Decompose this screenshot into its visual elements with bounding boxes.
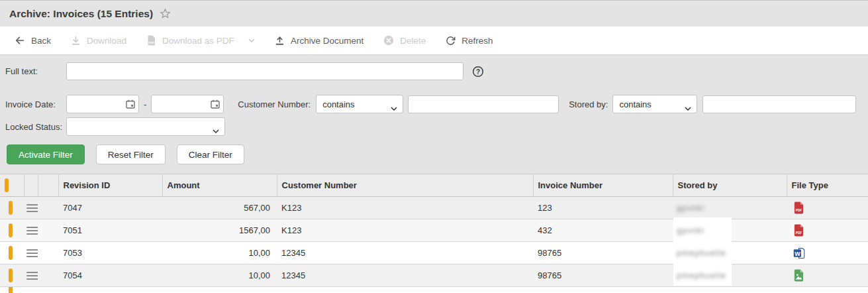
chevron-down-icon[interactable] <box>248 38 255 42</box>
cell-revision-id: 7053 <box>58 242 162 264</box>
pdf-page-icon: PDF <box>146 35 156 46</box>
stored-by-redacted: pmephuelle <box>673 271 726 280</box>
cell-customer-number: K123 <box>277 219 533 242</box>
refresh-icon <box>446 36 456 46</box>
column-header-stored-by[interactable]: Stored by <box>673 174 787 197</box>
toolbar: Back Download PDF Download as PDF Archiv… <box>0 27 868 54</box>
cell-invoice-number: 123 <box>533 197 673 219</box>
download-as-pdf-button[interactable]: PDF Download as PDF <box>146 35 255 46</box>
stored-by-redacted: pmephuelle <box>673 249 726 258</box>
svg-text:W: W <box>795 250 800 257</box>
cell-customer-number: 12345 <box>277 242 533 264</box>
cell-stored-by: gpvnki <box>673 197 787 219</box>
date-range-separator: - <box>144 99 146 109</box>
cell-revision-id: 7047 <box>58 197 162 219</box>
locked-status-select[interactable] <box>66 117 225 136</box>
file-type-word-icon: W <box>793 247 868 259</box>
filter-buttons-row: Activate Filter Reset Filter Clear Filte… <box>5 145 859 164</box>
upload-icon <box>275 36 285 46</box>
svg-text:PDF: PDF <box>796 231 802 235</box>
cell-invoice-number: 98765 <box>533 242 673 264</box>
locked-status-row: Locked Status: <box>5 117 859 136</box>
drag-handle-icon[interactable] <box>26 272 38 280</box>
row-checkbox[interactable] <box>9 268 13 282</box>
full-text-filter-row: Full text: ? <box>5 62 859 80</box>
filter-panel: Full text: ? Invoice Date: - Customer Nu… <box>0 54 868 174</box>
row-checkbox[interactable] <box>9 223 13 237</box>
row-checkbox[interactable] <box>9 201 13 215</box>
customer-number-operator-select[interactable]: contains <box>316 95 403 113</box>
clear-filter-button[interactable]: Clear Filter <box>177 145 244 164</box>
svg-text:PDF: PDF <box>796 209 802 212</box>
file-type-image-icon <box>793 269 868 282</box>
row-checkbox[interactable] <box>9 287 13 293</box>
customer-number-label: Customer Number: <box>238 99 311 109</box>
table-row[interactable]: 7047 567,00 K123 123 gpvnki PDF <box>0 197 868 219</box>
chevron-down-icon <box>391 103 397 113</box>
cell-revision-id: 7051 <box>58 219 162 242</box>
drag-handle-icon[interactable] <box>26 249 38 257</box>
favorite-star-icon[interactable] <box>160 8 171 19</box>
customer-number-input[interactable] <box>408 95 559 113</box>
column-header-revision-id[interactable]: Revision ID <box>58 174 162 197</box>
chevron-down-icon <box>685 103 691 113</box>
cell-customer-number: K123 <box>277 197 533 219</box>
circle-x-icon <box>383 35 394 46</box>
refresh-button[interactable]: Refresh <box>446 36 493 46</box>
back-button[interactable]: Back <box>15 35 51 46</box>
spacer-column-header <box>38 174 58 197</box>
column-header-customer-number[interactable]: Customer Number <box>277 174 533 197</box>
drag-handle-icon[interactable] <box>26 204 38 212</box>
invoice-date-from-wrap <box>66 95 139 113</box>
column-header-file-type[interactable]: File Type <box>787 174 868 197</box>
cell-invoice-number: 98765 <box>533 264 673 287</box>
column-header-amount[interactable]: Amount <box>162 174 277 197</box>
drag-column-header <box>24 174 38 197</box>
cell-revision-id: 7054 <box>58 264 162 287</box>
stored-by-input[interactable] <box>702 95 856 113</box>
table-header-row: Revision ID Amount Customer Number Invoi… <box>0 174 868 197</box>
archive-document-button[interactable]: Archive Document <box>275 36 363 46</box>
delete-button[interactable]: Delete <box>383 35 426 46</box>
file-type-pdf-icon: PDF <box>793 224 868 237</box>
stored-by-redacted: gpvnki <box>673 226 704 235</box>
help-icon[interactable]: ? <box>472 66 484 78</box>
stored-by-operator-select[interactable]: contains <box>612 95 697 113</box>
table-row[interactable]: 7054 10,00 12345 98765 pmephuelle <box>0 264 868 287</box>
table-row[interactable]: 7051 1567,00 K123 432 gpvnki PDF <box>0 219 868 242</box>
table-row-partial[interactable] <box>0 287 868 293</box>
row-checkbox[interactable] <box>9 246 13 260</box>
full-text-label: Full text: <box>5 66 66 76</box>
locked-status-label: Locked Status: <box>5 122 66 132</box>
cell-amount: 10,00 <box>162 242 277 264</box>
calendar-icon[interactable] <box>126 99 135 111</box>
page-title: Archive: Invoices (15 Entries) <box>9 8 153 20</box>
svg-text:PDF: PDF <box>148 41 154 44</box>
column-header-invoice-number[interactable]: Invoice Number <box>533 174 673 197</box>
svg-text:?: ? <box>476 68 480 75</box>
filter-row-2: Invoice Date: - Customer Number: contain… <box>5 95 859 113</box>
activate-filter-button[interactable]: Activate Filter <box>7 145 85 164</box>
cell-customer-number: 12345 <box>277 264 533 287</box>
cell-amount: 10,00 <box>162 264 277 287</box>
arrow-left-icon <box>15 35 25 46</box>
stored-by-redacted: gpvnki <box>673 204 704 213</box>
table-row[interactable]: 7053 10,00 12345 98765 pmephuelle W <box>0 242 868 264</box>
invoice-date-label: Invoice Date: <box>5 99 66 109</box>
full-text-input[interactable] <box>66 62 463 80</box>
file-type-pdf-icon: PDF <box>793 202 868 214</box>
results-table: Revision ID Amount Customer Number Invoi… <box>0 174 868 287</box>
invoice-date-to-wrap <box>151 95 224 113</box>
download-button[interactable]: Download <box>71 36 126 46</box>
drag-handle-icon[interactable] <box>26 227 38 235</box>
calendar-icon[interactable] <box>211 99 220 111</box>
cell-amount: 567,00 <box>162 197 277 219</box>
download-icon <box>71 36 81 46</box>
select-all-checkbox[interactable] <box>5 178 9 192</box>
chevron-down-icon <box>213 125 219 135</box>
cell-invoice-number: 432 <box>533 219 673 242</box>
cell-amount: 1567,00 <box>162 219 277 242</box>
stored-by-label: Stored by: <box>569 99 608 109</box>
title-bar: Archive: Invoices (15 Entries) <box>0 0 868 27</box>
reset-filter-button[interactable]: Reset Filter <box>96 145 166 164</box>
